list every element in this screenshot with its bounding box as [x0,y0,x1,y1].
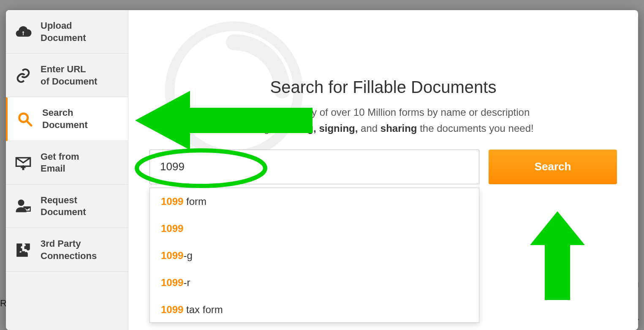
search-suggestions[interactable]: 1099 form 1099 1099-g 1099-r 1099 tax fo… [149,188,479,323]
suggestion-item[interactable]: 1099-r [150,269,479,296]
cloud-upload-icon [14,22,33,42]
search-input[interactable] [149,150,479,184]
subtitle-segment: the documents you need! [417,123,533,134]
sidebar-item-label: Get fromEmail [41,151,79,175]
suggestion-highlight: 1099 [161,223,183,234]
svg-point-2 [18,200,24,205]
sidebar-item-label: Enter URLof Document [41,63,97,87]
suggestion-rest: -g [183,250,192,261]
svg-line-1 [27,121,31,125]
email-download-icon [14,153,33,172]
modal-sidebar: UploadDocument Enter URLof Document Sear… [6,10,128,330]
sidebar-item-request[interactable]: RequestDocument [6,185,128,228]
suggestion-item[interactable]: 1099 form [150,188,479,215]
sidebar-item-email[interactable]: Get fromEmail [6,141,128,185]
suggestion-item[interactable]: 1099 tax form [150,296,479,323]
sidebar-item-3rd-party[interactable]: 3rd PartyConnections [6,228,128,272]
search-icon [15,109,35,129]
suggestion-item[interactable]: 1099 [150,215,479,242]
search-row: 1099 form 1099 1099-g 1099-r 1099 tax fo… [149,150,617,184]
subtitle-bold: sharing [380,123,417,134]
link-icon [14,66,33,85]
suggestion-highlight: 1099 [161,304,183,315]
sidebar-item-upload[interactable]: UploadDocument [6,10,128,54]
puzzle-icon [14,240,33,260]
search-button[interactable]: Search [489,150,617,184]
person-mail-icon [14,196,33,216]
suggestion-item[interactable]: 1099-g [150,242,479,269]
search-input-wrap: 1099 form 1099 1099-g 1099-r 1099 tax fo… [149,150,479,184]
suggestion-highlight: 1099 [161,196,183,207]
sidebar-item-url[interactable]: Enter URLof Document [6,54,128,97]
suggestion-highlight: 1099 [161,277,183,288]
sidebar-item-label: SearchDocument [42,107,88,131]
subtitle-segment: and [358,123,380,134]
suggestion-rest: tax form [183,304,223,315]
suggestion-rest: form [183,196,207,207]
watermark-icon [154,10,314,171]
sidebar-item-label: 3rd PartyConnections [41,238,97,262]
sidebar-item-label: RequestDocument [41,194,86,218]
modal-main: Search for Fillable Documents Search our… [128,10,638,330]
sidebar-item-label: UploadDocument [41,20,86,44]
suggestion-rest: -r [183,277,190,288]
sidebar-item-search[interactable]: SearchDocument [6,97,128,141]
search-document-modal: UploadDocument Enter URLof Document Sear… [6,10,638,330]
suggestion-highlight: 1099 [161,250,183,261]
